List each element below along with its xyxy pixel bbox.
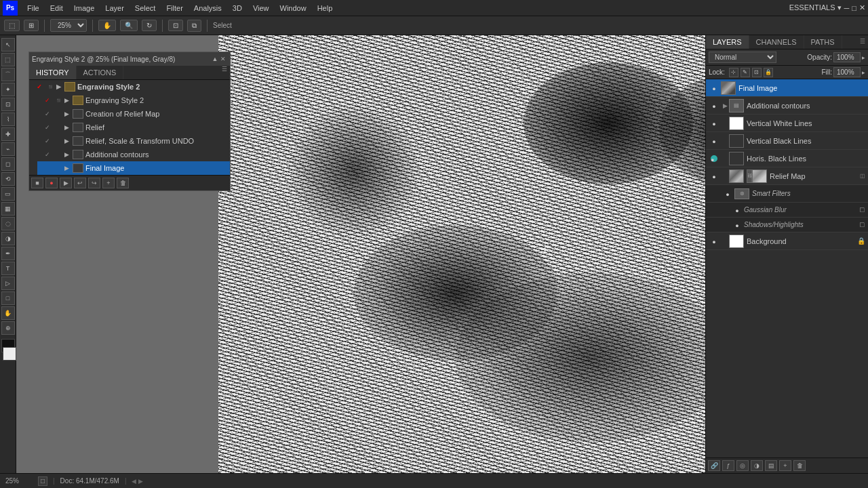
shape-tool[interactable]: □: [1, 291, 15, 305]
path-select-tool[interactable]: ▷: [1, 277, 15, 290]
layer-item-horis-black[interactable]: Horis. Black Lines: [706, 150, 868, 167]
layers-tab[interactable]: LAYERS: [706, 35, 749, 49]
nav-arrows[interactable]: ◀ ▶: [132, 478, 143, 485]
lock-all-icon[interactable]: 🔒: [764, 68, 773, 77]
menu-help[interactable]: Help: [312, 3, 338, 14]
expand-arrow-6[interactable]: ▶: [64, 151, 71, 158]
frame-btn[interactable]: ⊞: [24, 20, 39, 31]
hand-tool[interactable]: ✋: [98, 20, 116, 31]
action-item-1[interactable]: ✓ ◾ ▶ Engraving Style 2: [29, 80, 230, 94]
step-forward-button[interactable]: ↪: [88, 178, 100, 188]
eyedropper-tool[interactable]: ⌇: [1, 113, 15, 126]
add-mask-btn[interactable]: ◎: [736, 460, 749, 471]
hand-tool-left[interactable]: ✋: [1, 306, 15, 320]
move-tool[interactable]: ↖: [1, 38, 15, 52]
fill-input[interactable]: [833, 67, 861, 77]
panel-options-btn[interactable]: ☰: [219, 66, 230, 79]
marquee-tool[interactable]: ⬚: [1, 53, 15, 66]
action-item-3[interactable]: ✓ ◾ ▶ Creation of Relief Map: [37, 107, 230, 121]
add-style-btn[interactable]: ƒ: [722, 460, 734, 471]
layer-item-additional-contours[interactable]: ▶ ▤ Additional contours: [706, 97, 868, 115]
menu-window[interactable]: Window: [275, 3, 312, 14]
layer-item-gaussian-blur[interactable]: Gaussian Blur ⧠: [706, 203, 868, 218]
blur-tool[interactable]: ◌: [1, 217, 15, 230]
record-button[interactable]: ●: [45, 178, 58, 188]
layer-expand-additional-contours[interactable]: ▶: [721, 100, 729, 111]
link-layers-btn[interactable]: 🔗: [708, 460, 720, 471]
lasso-tool[interactable]: ⌒: [1, 68, 15, 81]
opacity-input[interactable]: [833, 52, 861, 62]
actions-tab[interactable]: ACTIONS: [77, 66, 124, 79]
menu-filter[interactable]: Filter: [161, 3, 188, 14]
layer-item-shadows-highlights[interactable]: Shadows/Highlights ⧠: [706, 218, 868, 232]
menu-edit[interactable]: Edit: [45, 3, 68, 14]
layer-eye-background[interactable]: [709, 236, 719, 247]
expand-arrow-3[interactable]: ▶: [64, 110, 71, 117]
layers-options-btn[interactable]: ☰: [857, 35, 868, 49]
layer-item-final-image[interactable]: Final Image: [706, 79, 868, 97]
gradient-tool[interactable]: ▦: [1, 202, 15, 216]
opacity-arrow[interactable]: ▸: [862, 54, 865, 61]
delete-layer-btn[interactable]: 🗑: [793, 460, 806, 471]
crop-tool[interactable]: ⊡: [1, 98, 15, 111]
add-group-btn[interactable]: ▤: [765, 460, 777, 471]
history-tab[interactable]: HISTORY: [29, 66, 77, 79]
expand-arrow-7[interactable]: ▶: [64, 165, 71, 171]
panel-close-btn[interactable]: ✕: [219, 55, 227, 63]
gaussian-blur-options[interactable]: ⧠: [859, 207, 865, 214]
zoom-box[interactable]: □: [38, 476, 47, 486]
step-back-button[interactable]: ↩: [74, 178, 86, 188]
minimize-btn[interactable]: ─: [844, 4, 850, 12]
dodge-tool[interactable]: ◑: [1, 232, 15, 245]
lock-image-icon[interactable]: ✎: [741, 68, 750, 77]
paths-tab[interactable]: PATHS: [804, 35, 842, 49]
pen-tool[interactable]: ✒: [1, 247, 15, 260]
stamp-tool[interactable]: ◻: [1, 157, 15, 171]
menu-image[interactable]: Image: [68, 3, 100, 14]
menu-select[interactable]: Select: [130, 3, 161, 14]
eraser-tool[interactable]: ▭: [1, 187, 15, 201]
layer-eye-smart-filters[interactable]: [722, 188, 733, 199]
essentials-label[interactable]: ESSENTIALS ▾: [789, 3, 842, 12]
action-item-7[interactable]: ✓ ◾ ▶ Final Image: [37, 161, 230, 175]
layer-eye-final-image[interactable]: [709, 83, 719, 94]
add-adjustment-btn[interactable]: ◑: [751, 460, 763, 471]
tool-mode-btn[interactable]: ⬚: [4, 20, 20, 31]
layer-eye-relief-map[interactable]: [709, 171, 719, 182]
expand-arrow-2[interactable]: ▶: [64, 97, 71, 104]
action-item-2[interactable]: ✓ ◾ ▶ Engraving Style 2: [37, 94, 230, 107]
menu-view[interactable]: View: [248, 3, 275, 14]
expand-arrow-1[interactable]: ▶: [56, 83, 63, 90]
history-brush-tool[interactable]: ⟲: [1, 172, 15, 186]
zoom-tool[interactable]: 🔍: [120, 20, 138, 31]
panel-collapse-btn[interactable]: ▲: [211, 55, 219, 63]
bg-color[interactable]: [3, 347, 16, 361]
shadows-highlights-options[interactable]: ⧠: [859, 222, 865, 228]
action-item-6[interactable]: ✓ ◾ ▶ Additional contours: [37, 148, 230, 161]
delete-action-button[interactable]: 🗑: [117, 178, 129, 188]
rotate-tool[interactable]: ↻: [142, 20, 157, 31]
zoom-tool-left[interactable]: ⊕: [1, 321, 15, 335]
healing-tool[interactable]: ✚: [1, 127, 15, 141]
channels-tab[interactable]: CHANNELS: [749, 35, 804, 49]
action-item-5[interactable]: ✓ ◾ ▶ Relief, Scale & Transform UNDO: [37, 134, 230, 148]
expand-arrow-5[interactable]: ▶: [64, 138, 71, 144]
menu-file[interactable]: File: [22, 3, 45, 14]
stop-button[interactable]: ■: [31, 178, 43, 188]
layer-eye-vertical-black[interactable]: [709, 136, 719, 146]
menu-layer[interactable]: Layer: [100, 3, 130, 14]
screen-mode[interactable]: ⊡: [168, 20, 183, 31]
blend-mode-select[interactable]: Normal: [709, 52, 776, 63]
restore-btn[interactable]: □: [852, 4, 856, 12]
brush-tool[interactable]: ⌁: [1, 142, 15, 156]
action-item-4[interactable]: ✓ ◾ ▶ Relief: [37, 121, 230, 134]
new-layer-btn[interactable]: +: [779, 460, 791, 471]
layer-eye-shadows-highlights[interactable]: [732, 220, 743, 230]
layer-item-relief-map[interactable]: ⛓ Relief Map ◫: [706, 167, 868, 185]
lock-artboard-icon[interactable]: ⊡: [752, 68, 762, 77]
expand-arrow-4[interactable]: ▶: [64, 124, 71, 131]
layer-item-vertical-black[interactable]: Vertical Black Lines: [706, 132, 868, 150]
new-action-button[interactable]: +: [102, 178, 115, 188]
menu-3d[interactable]: 3D: [227, 3, 248, 14]
arrange-btn[interactable]: ⧉: [187, 20, 201, 32]
